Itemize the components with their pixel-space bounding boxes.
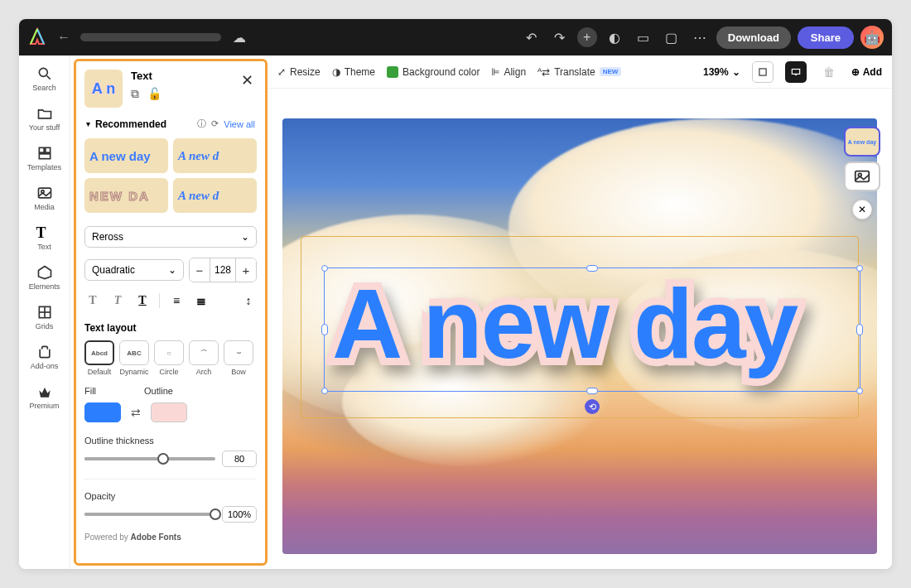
rail-item-elements[interactable]: Elements	[19, 259, 70, 296]
delete-icon[interactable]: 🗑	[818, 61, 840, 83]
layout-default[interactable]: AbcdDefault	[84, 340, 114, 376]
resize-handle[interactable]	[856, 265, 863, 272]
info-icon[interactable]: ⓘ	[197, 118, 206, 130]
fill-color-swatch[interactable]	[84, 402, 121, 422]
decrement-button[interactable]: −	[190, 258, 210, 282]
list-icon[interactable]: ≣	[193, 292, 210, 309]
outline-color-swatch[interactable]	[151, 402, 187, 422]
chevron-down-icon: ⌄	[732, 66, 740, 78]
resize-handle[interactable]	[856, 324, 863, 335]
align-button[interactable]: ⊫Align	[491, 66, 526, 78]
layout-bow[interactable]: ⌣Bow	[224, 340, 253, 376]
italic-icon[interactable]: T	[109, 292, 126, 309]
app-logo-icon[interactable]	[27, 27, 47, 47]
style-tile[interactable]: A new day	[84, 138, 168, 173]
panel-thumbnail: A n	[84, 70, 123, 108]
view-all-link[interactable]: View all	[224, 119, 255, 129]
rail-item-your-stuff[interactable]: Your stuff	[19, 100, 70, 137]
opacity-value[interactable]	[222, 506, 257, 523]
font-size-stepper: − +	[189, 258, 257, 282]
outline-thickness-slider[interactable]	[84, 457, 215, 460]
fill-label: Fill	[84, 386, 96, 396]
more-icon[interactable]: ⋯	[688, 30, 710, 46]
outline-thickness-label: Outline thickness	[84, 436, 257, 446]
plus-icon: ⊕	[851, 66, 860, 78]
share-button[interactable]: Share	[798, 27, 854, 49]
font-size-input[interactable]	[210, 258, 236, 282]
chevron-down-icon[interactable]: ▾	[86, 119, 90, 128]
rail-item-media[interactable]: Media	[19, 180, 70, 216]
resize-button[interactable]: ⤢Resize	[277, 66, 321, 78]
outline-label: Outline	[144, 386, 173, 396]
comment-icon[interactable]: ▭	[632, 30, 653, 46]
app-window: ← ☁ ↶ ↷ + ◐ ▭ ▢ ⋯ Download Share 🤖 Searc…	[19, 19, 892, 569]
add-button[interactable]: ⊕Add	[851, 66, 882, 78]
opacity-slider[interactable]	[84, 513, 215, 516]
bg-color-swatch-icon	[387, 66, 398, 78]
back-arrow-icon[interactable]: ←	[54, 30, 74, 45]
svg-rect-10	[759, 68, 766, 75]
resize-handle[interactable]	[586, 388, 598, 394]
spacing-icon[interactable]: ↕	[240, 292, 257, 309]
add-people-icon[interactable]: +	[577, 27, 597, 47]
layer-thumb-text[interactable]: A new day	[844, 127, 880, 157]
text-layout-label: Text layout	[76, 314, 265, 337]
style-tile[interactable]: NEW DA	[84, 178, 168, 213]
resize-icon: ⤢	[277, 66, 286, 78]
rail-item-addons[interactable]: Add-ons	[19, 339, 70, 375]
redo-icon[interactable]: ↷	[549, 30, 571, 46]
theme-icon: ◑	[332, 66, 340, 78]
resize-handle[interactable]	[321, 265, 328, 272]
bold-icon[interactable]: T	[84, 292, 101, 309]
close-panel-icon[interactable]: ✕	[239, 70, 255, 91]
zoom-select[interactable]: 139%⌄	[703, 66, 740, 78]
font-family-select[interactable]: Reross⌄	[84, 226, 257, 248]
refresh-icon[interactable]: ⟳	[211, 118, 219, 129]
style-tile[interactable]: A new d	[173, 178, 257, 213]
layout-dynamic[interactable]: ABCDynamic	[119, 340, 149, 376]
chevron-down-icon: ⌄	[241, 231, 249, 243]
svg-line-1	[46, 76, 50, 80]
style-tile[interactable]: A new d	[173, 138, 257, 173]
bgcolor-button[interactable]: Background color	[387, 66, 480, 78]
rail-item-search[interactable]: Search	[19, 60, 70, 97]
resize-handle[interactable]	[586, 265, 598, 272]
align-icon: ⊫	[491, 66, 499, 78]
swap-colors-icon[interactable]: ⇄	[131, 406, 141, 419]
resize-handle[interactable]	[321, 324, 328, 335]
document-title-skeleton	[80, 33, 221, 41]
rail-item-premium[interactable]: Premium	[19, 378, 70, 415]
undo-icon[interactable]: ↶	[521, 30, 542, 46]
underline-icon[interactable]: T	[134, 292, 151, 309]
theme-button[interactable]: ◑Theme	[332, 66, 375, 78]
toolbar-present-icon[interactable]	[785, 61, 807, 83]
user-avatar[interactable]: 🤖	[860, 26, 884, 49]
text-selection-box[interactable]: ⟲	[324, 267, 860, 392]
outline-thickness-value[interactable]	[222, 451, 257, 467]
layer-thumb-image[interactable]	[844, 161, 880, 191]
font-style-select[interactable]: Quadratic⌄	[84, 259, 184, 281]
close-float-icon[interactable]: ✕	[852, 200, 872, 219]
layout-circle[interactable]: ○Circle	[154, 340, 184, 376]
style-suggestions-grid: A new day A new d NEW DA A new d	[76, 135, 265, 221]
lightbulb-icon[interactable]: ◐	[604, 30, 625, 46]
lock-icon[interactable]: 🔓	[147, 87, 161, 101]
duplicate-icon[interactable]: ⧉	[131, 87, 139, 101]
present-icon[interactable]: ▢	[660, 30, 682, 46]
resize-handle[interactable]	[321, 388, 328, 394]
translate-button[interactable]: ᴬ⇄TranslateNEW	[537, 66, 621, 78]
download-button[interactable]: Download	[716, 27, 791, 49]
rail-item-grids[interactable]: Grids	[19, 299, 70, 335]
increment-button[interactable]: +	[236, 258, 256, 282]
rotate-handle[interactable]: ⟲	[585, 399, 600, 414]
layout-arch[interactable]: ⌒Arch	[189, 340, 219, 376]
rail-item-text[interactable]: TText	[19, 219, 70, 256]
cloud-sync-icon[interactable]: ☁	[228, 30, 251, 46]
toolbar-square-icon[interactable]	[752, 61, 774, 83]
resize-handle[interactable]	[856, 388, 863, 394]
design-canvas[interactable]: A new day ⟲	[282, 118, 877, 554]
chevron-down-icon: ⌄	[168, 264, 176, 276]
svg-rect-3	[45, 147, 50, 152]
align-left-icon[interactable]: ≡	[168, 292, 185, 309]
rail-item-templates[interactable]: Templates	[19, 140, 70, 176]
